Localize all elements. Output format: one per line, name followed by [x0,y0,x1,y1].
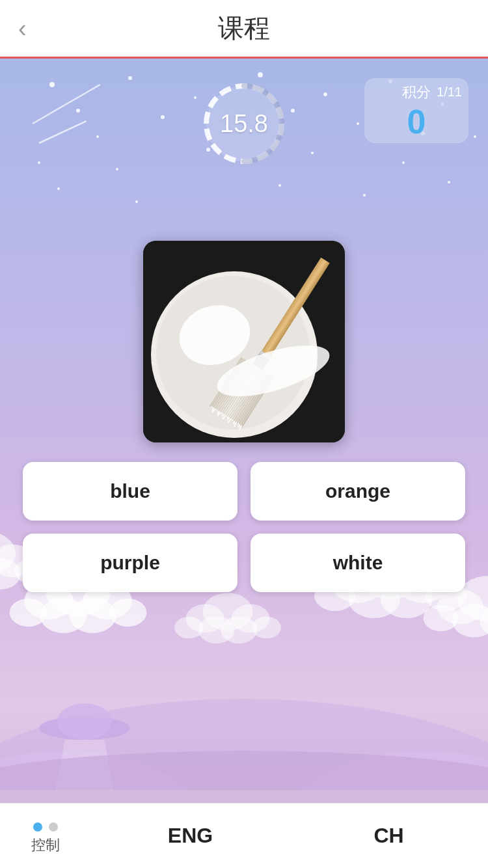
dot-active [33,822,42,832]
question-image [143,241,345,442]
answer-orange[interactable]: orange [251,462,465,521]
answer-purple[interactable]: purple [23,534,237,592]
page-title: 课程 [218,10,270,46]
svg-point-67 [57,703,112,740]
page-indicator: 1/11 [437,85,462,100]
answer-white[interactable]: white [251,534,465,592]
progress-number: 15.8 [220,110,268,138]
score-value: 0 [407,105,426,139]
dot-inactive [49,822,58,832]
landscape-decoration [0,621,488,790]
answers-grid: blue orange purple white [23,462,465,592]
control-section: 控制 [0,817,91,855]
main-content: 15.8 1/11 积分 0 blue orange purple white [0,59,488,868]
answer-blue[interactable]: blue [23,462,237,521]
header: ‹ 课程 [0,0,488,59]
score-box: 1/11 积分 0 [364,78,468,143]
lang-eng-button[interactable]: ENG [91,824,290,848]
control-label: 控制 [31,835,60,855]
score-label: 积分 [402,83,431,102]
dots-row [33,822,58,832]
back-button[interactable]: ‹ [18,14,27,42]
lang-ch-button[interactable]: CH [290,824,488,848]
progress-area: 15.8 [198,78,290,169]
bottom-bar: 控制 ENG CH [0,803,488,868]
